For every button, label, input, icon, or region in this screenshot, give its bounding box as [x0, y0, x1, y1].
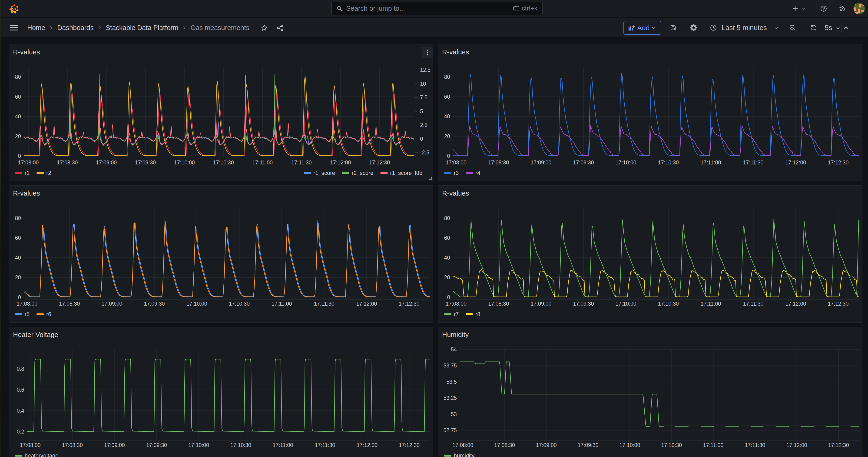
svg-text:10: 10	[420, 81, 426, 87]
svg-text:heatervoltage: heatervoltage	[25, 452, 58, 457]
svg-text:17:08:00: 17:08:00	[18, 159, 39, 165]
svg-text:17:10:00: 17:10:00	[188, 442, 209, 448]
svg-text:17:11:30: 17:11:30	[314, 301, 335, 307]
svg-text:53.75: 53.75	[443, 363, 457, 369]
svg-text:17:11:30: 17:11:30	[743, 301, 764, 307]
svg-text:17:11:00: 17:11:00	[252, 159, 273, 165]
svg-text:17:11:30: 17:11:30	[743, 159, 764, 165]
svg-text:17:08:30: 17:08:30	[494, 442, 515, 448]
svg-text:17:10:30: 17:10:30	[213, 159, 234, 165]
svg-text:40: 40	[444, 114, 450, 120]
svg-text:17:10:00: 17:10:00	[616, 301, 637, 307]
svg-text:r1_score: r1_score	[313, 170, 335, 176]
svg-text:17:08:00: 17:08:00	[20, 442, 41, 448]
svg-text:17:12:00: 17:12:00	[330, 159, 351, 165]
svg-text:20: 20	[15, 133, 21, 139]
svg-text:0: 0	[420, 136, 423, 142]
svg-text:0: 0	[18, 153, 21, 159]
svg-text:60: 60	[15, 94, 21, 100]
svg-text:17:12:00: 17:12:00	[356, 301, 377, 307]
svg-text:52.75: 52.75	[443, 427, 457, 433]
svg-text:17:12:00: 17:12:00	[785, 301, 806, 307]
svg-text:17:10:00: 17:10:00	[616, 159, 637, 165]
svg-text:17:12:30: 17:12:30	[828, 301, 849, 307]
svg-text:0.2: 0.2	[17, 429, 24, 435]
svg-text:0.8: 0.8	[17, 366, 24, 372]
svg-text:17:08:00: 17:08:00	[445, 159, 467, 165]
svg-text:r2_score: r2_score	[352, 170, 373, 176]
svg-text:80: 80	[444, 215, 450, 221]
svg-text:17:09:30: 17:09:30	[573, 159, 594, 165]
svg-text:17:08:30: 17:08:30	[59, 301, 80, 307]
svg-text:17:08:30: 17:08:30	[62, 442, 83, 448]
svg-text:17:10:30: 17:10:30	[661, 442, 682, 448]
svg-text:12.5: 12.5	[420, 67, 431, 73]
svg-text:17:11:30: 17:11:30	[745, 442, 765, 448]
svg-text:17:09:00: 17:09:00	[101, 301, 123, 307]
svg-text:humidity: humidity	[454, 452, 474, 457]
svg-text:17:09:00: 17:09:00	[531, 301, 552, 307]
svg-text:0.4: 0.4	[17, 408, 24, 414]
svg-text:60: 60	[444, 235, 450, 241]
svg-text:17:12:30: 17:12:30	[399, 442, 420, 448]
svg-text:2.5: 2.5	[420, 122, 428, 128]
svg-text:r4: r4	[475, 170, 480, 176]
svg-text:17:10:30: 17:10:30	[658, 301, 679, 307]
svg-text:r1: r1	[25, 170, 30, 176]
svg-text:17:10:00: 17:10:00	[620, 442, 641, 448]
svg-text:r2: r2	[46, 170, 51, 176]
svg-text:17:11:00: 17:11:00	[273, 442, 293, 448]
svg-text:17:12:30: 17:12:30	[828, 159, 849, 165]
svg-text:17:10:30: 17:10:30	[229, 301, 250, 307]
svg-text:60: 60	[444, 94, 450, 100]
svg-text:r8: r8	[475, 311, 480, 317]
svg-text:17:12:30: 17:12:30	[828, 442, 849, 448]
svg-text:80: 80	[444, 74, 450, 80]
svg-text:17:09:30: 17:09:30	[135, 159, 156, 165]
svg-text:20: 20	[15, 274, 21, 280]
svg-text:17:08:00: 17:08:00	[17, 301, 37, 307]
svg-text:17:10:30: 17:10:30	[658, 159, 679, 165]
svg-text:r7: r7	[454, 311, 459, 317]
svg-text:0: 0	[447, 294, 450, 300]
svg-text:17:08:00: 17:08:00	[445, 301, 467, 307]
svg-text:17:12:30: 17:12:30	[399, 301, 420, 307]
svg-text:54: 54	[451, 346, 457, 353]
svg-text:17:09:30: 17:09:30	[578, 442, 598, 448]
svg-text:17:11:00: 17:11:00	[701, 301, 721, 307]
svg-text:r3: r3	[454, 170, 459, 176]
svg-text:0: 0	[18, 294, 21, 300]
svg-text:53: 53	[451, 411, 457, 417]
svg-text:17:08:30: 17:08:30	[488, 159, 509, 165]
svg-text:17:11:00: 17:11:00	[272, 301, 292, 307]
svg-text:r5: r5	[25, 311, 30, 317]
svg-text:0.6: 0.6	[17, 387, 24, 393]
svg-text:80: 80	[15, 74, 21, 80]
svg-text:17:11:00: 17:11:00	[703, 442, 724, 448]
svg-text:17:12:00: 17:12:00	[357, 442, 378, 448]
svg-text:0: 0	[447, 153, 450, 159]
svg-text:53.5: 53.5	[446, 379, 457, 385]
svg-text:17:12:00: 17:12:00	[786, 442, 807, 448]
svg-text:17:09:00: 17:09:00	[96, 159, 117, 165]
svg-text:17:08:00: 17:08:00	[453, 442, 473, 448]
svg-text:17:08:30: 17:08:30	[488, 301, 509, 307]
svg-text:17:09:00: 17:09:00	[531, 159, 552, 165]
svg-text:20: 20	[444, 274, 450, 280]
svg-text:40: 40	[15, 255, 21, 261]
svg-text:17:10:00: 17:10:00	[186, 301, 207, 307]
svg-text:17:11:30: 17:11:30	[315, 442, 335, 448]
svg-text:17:09:30: 17:09:30	[146, 442, 167, 448]
svg-text:17:09:30: 17:09:30	[144, 301, 165, 307]
svg-text:17:08:30: 17:08:30	[57, 159, 78, 165]
svg-text:17:09:00: 17:09:00	[536, 442, 557, 448]
svg-text:17:09:30: 17:09:30	[573, 301, 594, 307]
svg-text:40: 40	[444, 255, 450, 261]
svg-text:40: 40	[15, 114, 21, 120]
svg-text:17:11:30: 17:11:30	[291, 159, 312, 165]
svg-text:53.25: 53.25	[443, 395, 457, 401]
svg-text:r6: r6	[46, 311, 51, 317]
svg-text:17:11:00: 17:11:00	[701, 159, 721, 165]
svg-text:17:12:00: 17:12:00	[785, 159, 806, 165]
svg-text:17:10:30: 17:10:30	[230, 442, 251, 448]
